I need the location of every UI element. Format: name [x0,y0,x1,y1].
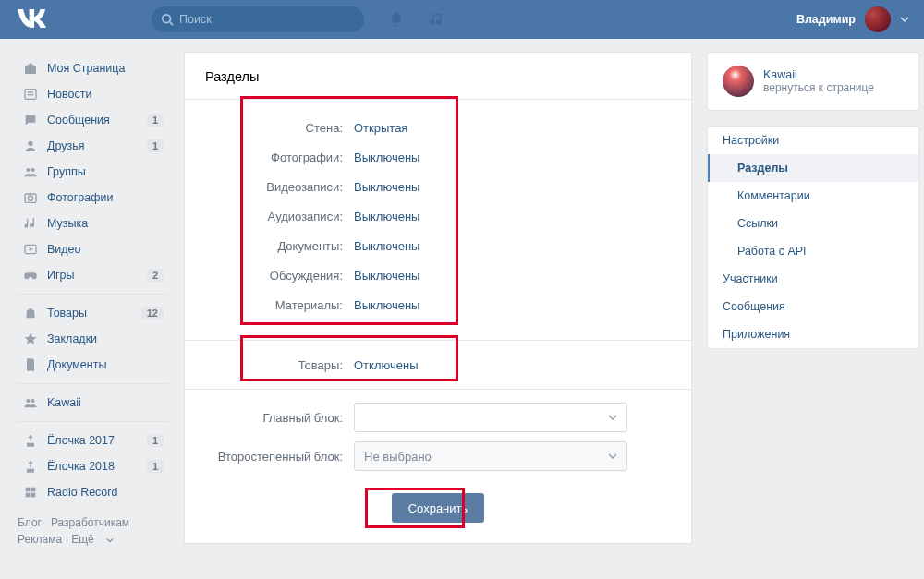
footer-dev[interactable]: Разработчикам [51,516,129,529]
setting-value[interactable]: Выключены [348,269,419,283]
secblock-select[interactable]: Не выбрано [354,441,627,471]
mainblock-label: Главный блок: [205,411,348,425]
nav-item[interactable]: Видео [18,236,169,262]
setting-label: Материалы: [205,298,348,312]
setting-row: Обсуждения:Выключены [205,260,671,290]
nav-label: Музыка [47,217,88,230]
setting-row-goods: Товары: Отключены [205,350,671,380]
home-icon [21,59,40,78]
app2-icon [21,483,40,501]
nav-item[interactable]: Сообщения1 [18,107,169,133]
nav-item[interactable]: Закладки [18,326,169,352]
setting-label: Видеозаписи: [205,180,348,194]
nav-item[interactable]: Товары12 [18,300,169,326]
svg-point-7 [31,168,35,172]
star-icon [21,330,40,348]
nav-item[interactable]: Моя Страница [18,55,169,81]
footer-ads[interactable]: Реклама [18,533,62,546]
nav-item[interactable]: Игры2 [18,262,169,288]
nav-item[interactable]: Ёлочка 20171 [18,428,169,453]
secblock-label: Второстепенный блок: [205,450,348,464]
nav-label: Новости [47,88,91,101]
svg-rect-14 [31,488,36,492]
svg-point-11 [26,399,30,403]
nav-item[interactable]: Kawaii [18,390,169,416]
setting-label: Фотографии: [205,151,348,164]
nav-badge: 1 [147,114,164,127]
nav-item[interactable]: Новости [18,81,169,107]
nav-item[interactable]: Друзья1 [18,133,169,159]
nav-item[interactable]: Группы [18,159,169,185]
games-icon [21,266,40,284]
footer-more[interactable]: Ещё [71,533,114,546]
nav-item[interactable]: Radio Record [18,479,169,505]
setting-row: Аудиозаписи:Выключены [205,201,671,231]
nav-item[interactable]: Ёлочка 20181 [18,453,169,479]
svg-rect-13 [26,488,30,492]
secblock-row: Второстепенный блок: Не выбрано [205,441,671,471]
music-icon[interactable] [429,11,445,28]
bell-icon[interactable] [388,11,405,28]
group-name[interactable]: Kawaii [763,68,874,81]
news-icon [21,85,40,103]
setting-value[interactable]: Выключены [348,180,419,194]
nav-label: Документы [47,358,106,371]
menu-item[interactable]: Приложения [708,320,918,348]
menu-item[interactable]: Участники [708,265,918,293]
setting-value[interactable]: Выключены [348,239,419,253]
main-column: Разделы Стена:ОткрытаяФотографии:Выключе… [184,52,692,548]
nav-label: Radio Record [47,486,117,499]
nav-badge: 12 [141,307,164,320]
menu-item[interactable]: Работа с API [708,237,918,265]
footer-links: БлогРазработчикам РекламаЕщё [18,514,169,548]
menu-item[interactable]: Разделы [708,154,918,182]
setting-label: Товары: [205,358,348,372]
mainblock-select[interactable] [354,403,627,432]
svg-point-12 [31,399,35,403]
setting-value[interactable]: Отключены [348,358,418,372]
nav-item[interactable]: Фотографии [18,185,169,211]
music-icon [21,214,40,233]
search-box[interactable] [152,6,364,32]
nav-badge: 2 [147,269,164,282]
topbar: Владимир [0,0,924,39]
save-button[interactable]: Сохранить [392,493,485,523]
video-icon [21,240,40,259]
nav-label: Игры [47,269,74,282]
menu-item[interactable]: Комментарии [708,182,918,210]
nav-label: Товары [47,307,87,320]
user-menu[interactable]: Владимир [796,6,909,32]
vk-logo[interactable] [15,6,41,32]
search-input[interactable] [179,13,355,26]
setting-value[interactable]: Выключены [348,298,419,312]
nav-label: Фотографии [47,191,113,204]
setting-label: Аудиозаписи: [205,210,348,223]
left-nav: Моя СтраницаНовостиСообщения1Друзья1Груп… [18,52,169,548]
footer-blog[interactable]: Блог [18,516,42,529]
setting-value[interactable]: Выключены [348,151,419,164]
menu-item[interactable]: Настройки [708,127,918,154]
menu-item[interactable]: Ссылки [708,210,918,237]
group-card: Kawaii вернуться к странице [707,52,919,111]
setting-row: Видеозаписи:Выключены [205,172,671,201]
mainblock-row: Главный блок: [205,403,671,432]
nav-label: Закладки [47,332,97,345]
app-icon [21,431,40,450]
svg-point-0 [163,15,171,23]
nav-badge: 1 [147,139,164,152]
group-avatar[interactable] [723,66,754,97]
nav-item[interactable]: Музыка [18,211,169,236]
setting-row: Фотографии:Выключены [205,142,671,172]
back-link[interactable]: вернуться к странице [763,81,874,94]
svg-point-9 [28,196,32,200]
settings-menu: НастройкиРазделыКомментарииСсылкиРабота … [707,126,919,349]
setting-value[interactable]: Выключены [348,210,419,223]
chevron-down-icon [608,415,617,420]
setting-value[interactable]: Открытая [348,121,407,135]
menu-item[interactable]: Сообщения [708,293,918,320]
nav-item[interactable]: Документы [18,352,169,378]
username: Владимир [796,13,856,26]
chevron-down-icon [900,15,909,24]
secblock-value: Не выбрано [364,450,432,464]
svg-rect-15 [26,493,30,498]
